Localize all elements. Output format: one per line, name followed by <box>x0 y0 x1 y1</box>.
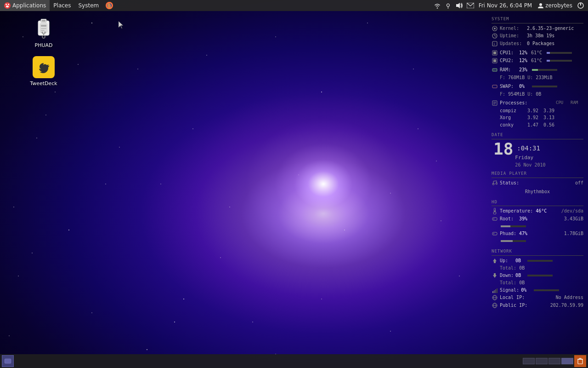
volume-icon[interactable] <box>455 0 464 11</box>
panel-left: Applications Places System <box>0 0 116 11</box>
net-down-total-row: Total: 0B <box>492 279 583 287</box>
system-menu[interactable]: System <box>74 0 102 11</box>
system-label: System <box>78 2 99 9</box>
wifi-icon <box>433 0 442 11</box>
galaxy-glow <box>186 69 461 299</box>
hd-phuad-bar-row <box>492 237 583 245</box>
bird-icon <box>36 59 51 75</box>
hd-root-label: Root: <box>500 215 517 223</box>
kernel-value: 2.6.35-23-generic <box>527 25 574 32</box>
hd-phuad-size: 1.78GiB <box>564 230 583 237</box>
process-row-conky: conky 1.47 0.56 <box>492 121 583 129</box>
applications-menu[interactable]: Applications <box>0 0 50 11</box>
workspace-2[interactable] <box>536 358 548 364</box>
conky-public-ip-row: Public IP: 202.70.59.99 <box>492 302 583 309</box>
workspace-4[interactable] <box>561 358 573 364</box>
cpu1-bar <box>547 52 572 54</box>
proc-xorg-cpu: 3.92 <box>527 114 543 121</box>
thermometer-icon <box>492 208 498 214</box>
uptime-value: 3h 38m 19s <box>527 32 554 40</box>
user-icon <box>537 2 544 9</box>
trash-button[interactable] <box>574 355 586 367</box>
username-label: zerobytes <box>545 2 572 9</box>
top-panel: Applications Places System ⚲ <box>0 0 588 11</box>
svg-point-27 <box>494 28 496 29</box>
svg-rect-34 <box>493 52 496 54</box>
proc-conky-cpu: 1.47 <box>527 121 543 129</box>
taskbar-app-item[interactable] <box>2 355 14 367</box>
svg-rect-15 <box>41 25 46 27</box>
desktop-icon-phuad[interactable]: PHUAD <box>25 16 62 51</box>
svg-rect-23 <box>42 32 43 33</box>
net-down-total: 0B <box>519 280 525 285</box>
swap-icon <box>492 83 498 90</box>
signal-icon <box>492 287 498 293</box>
conky-hd-temp-row: Temperature: 46°C /dev/sda <box>492 207 583 215</box>
wifi-signal-icon <box>434 2 441 9</box>
svg-point-3 <box>6 6 9 7</box>
conky-system-title: SYSTEM <box>492 16 583 23</box>
proc-xorg-name: Xorg <box>500 114 527 121</box>
process-row-compiz: compiz 3.92 3.39 <box>492 107 583 115</box>
svg-rect-17 <box>41 30 45 31</box>
uptime-label: Uptime: <box>500 32 525 40</box>
proc-compiz-ram: 3.39 <box>543 107 560 115</box>
processes-ram-header: RAM <box>571 100 583 106</box>
local-ip-label: Local IP: <box>500 294 525 301</box>
svg-marker-55 <box>493 259 497 263</box>
taskbar-app-icon <box>4 357 11 365</box>
svg-rect-51 <box>492 218 497 220</box>
conky-ram-row: RAM: 23% <box>492 66 583 74</box>
ram-free: 760MiB <box>508 75 525 80</box>
media-status-label: Status: <box>500 179 519 187</box>
proc-compiz-name: compiz <box>500 107 527 115</box>
swap-detail: F: 954MiB U: 0B <box>492 91 583 98</box>
music-icon <box>492 179 498 186</box>
kernel-icon <box>492 25 498 32</box>
conky-local-ip-row: Local IP: No Address <box>492 294 583 301</box>
hd-phuad-percent: 47% <box>519 230 529 237</box>
processes-label: Processes: <box>500 99 527 107</box>
conky-day-name: Friday <box>515 154 545 161</box>
ram-used: 233MiB <box>536 75 552 80</box>
cpu1-label: CPU1: <box>500 49 517 57</box>
bluetooth-icon: ⚲ <box>444 0 453 11</box>
power-button-icon <box>577 2 584 9</box>
svg-rect-13 <box>42 20 45 22</box>
gnome-icon <box>4 2 11 9</box>
hd-phuad-label: Phuad: <box>500 230 517 237</box>
phuad-label: PHUAD <box>34 42 54 49</box>
cpu2-label: CPU2: <box>500 57 517 64</box>
svg-point-8 <box>539 3 542 6</box>
desktop-icon-tweetdeck[interactable]: TweetDeck <box>25 54 62 89</box>
swap-label: SWAP: <box>500 83 517 90</box>
firefox-icon <box>105 1 113 10</box>
firefox-launcher[interactable] <box>102 0 116 11</box>
conky-net-down-row: Down: 0B <box>492 272 583 279</box>
datetime-display[interactable]: Fri Nov 26, 6:04 PM <box>477 2 534 9</box>
hd-root-size: 3.43GiB <box>564 215 583 223</box>
applications-label: Applications <box>12 2 46 9</box>
taskbar-left <box>0 355 15 367</box>
net-down-value: 0B <box>515 272 525 279</box>
user-menu[interactable]: zerobytes <box>536 2 574 9</box>
email-icon[interactable] <box>466 0 475 11</box>
ram-label: RAM: <box>500 66 517 74</box>
conky-time-value: :04:31 <box>517 144 540 154</box>
hd-root-bar <box>501 225 526 227</box>
taskbar-right <box>523 355 588 367</box>
workspace-3[interactable] <box>548 358 560 364</box>
workspace-1[interactable] <box>523 358 535 364</box>
process-row-xorg: Xorg 3.92 3.13 <box>492 114 583 121</box>
net-signal-value: 0% <box>521 287 531 294</box>
conky-hd-title: HD <box>492 199 583 207</box>
ram-bar <box>532 69 557 71</box>
net-signal-label: Signal: <box>500 287 519 294</box>
conky-updates-row: i Updates: 0 Packages <box>492 40 583 47</box>
conky-swap-row: SWAP: 0% <box>492 83 583 90</box>
conky-kernel-row: Kernel: 2.6.35-23-generic <box>492 25 583 32</box>
places-menu[interactable]: Places <box>50 0 74 11</box>
hd-root-percent: 39% <box>519 215 529 223</box>
power-icon[interactable] <box>576 0 585 11</box>
svg-line-30 <box>495 36 496 36</box>
